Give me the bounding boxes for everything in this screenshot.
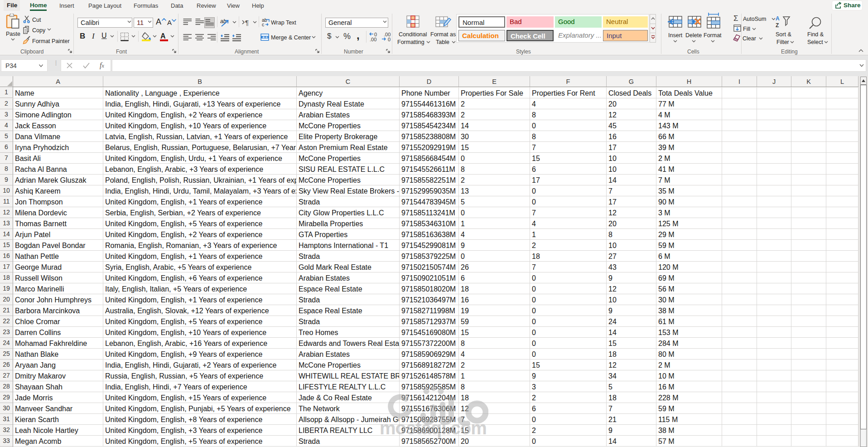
- svg-text:A: A: [776, 15, 780, 22]
- svg-text:ab: ab: [220, 18, 227, 24]
- svg-text:c: c: [262, 22, 264, 27]
- svg-text:0: 0: [388, 37, 391, 42]
- svg-text:.00: .00: [370, 37, 376, 42]
- svg-text:¶: ¶: [245, 19, 249, 26]
- svg-text:Z: Z: [776, 22, 779, 28]
- svg-text:mostaql.com: mostaql.com: [380, 418, 487, 438]
